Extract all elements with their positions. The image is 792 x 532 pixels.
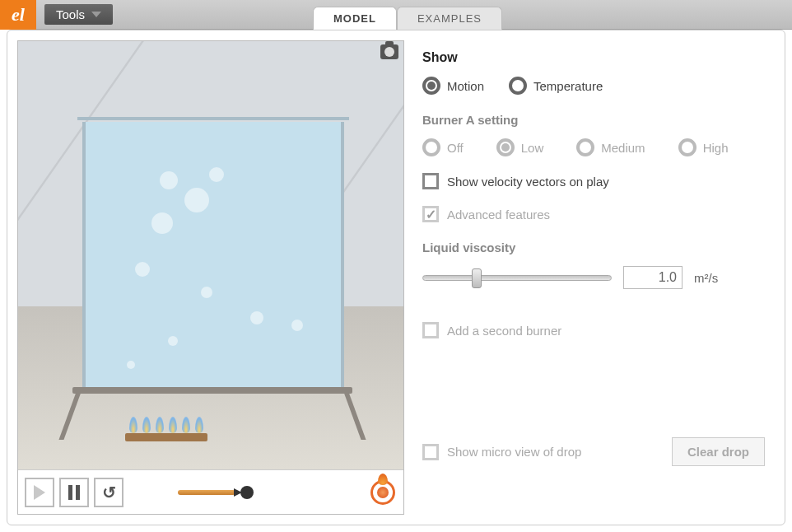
bottom-row: Show micro view of drop Clear drop [422, 437, 765, 466]
settings-panel: Show Motion Temperature Burner A setting… [414, 30, 785, 525]
checkbox-icon [422, 173, 439, 189]
checkbox-icon [422, 444, 439, 460]
viscosity-unit: m²/s [694, 271, 718, 285]
logo-icon: el [0, 0, 36, 30]
tab-model[interactable]: MODEL [313, 7, 397, 30]
burner-flames [127, 413, 206, 433]
target-tool[interactable] [369, 478, 397, 506]
beaker [82, 122, 344, 394]
bubble [250, 311, 263, 324]
simulation-panel: ↻ [17, 40, 404, 515]
play-icon [34, 485, 45, 500]
radio-off[interactable]: Off [422, 138, 464, 156]
clear-drop-button[interactable]: Clear drop [672, 437, 765, 466]
radio-motion-label: Motion [447, 79, 484, 93]
bubble [135, 262, 150, 277]
radio-icon [422, 77, 440, 95]
tools-label: Tools [56, 7, 85, 21]
main-panel: ↻ Show Motion Temperature Bur [7, 30, 785, 525]
bubble [291, 320, 303, 331]
radio-high-label: High [703, 141, 729, 155]
simulation-view[interactable] [18, 41, 403, 469]
pause-button[interactable] [59, 478, 89, 507]
bubble [127, 361, 135, 369]
tools-menu-button[interactable]: Tools [44, 4, 113, 25]
stand [72, 387, 352, 436]
radio-temperature-label: Temperature [533, 79, 603, 93]
reset-button[interactable]: ↻ [94, 478, 123, 507]
radio-icon [509, 77, 527, 95]
camera-icon[interactable] [380, 44, 398, 59]
radio-medium[interactable]: Medium [576, 138, 645, 156]
viscosity-slider[interactable] [422, 269, 612, 286]
checkbox-icon [422, 322, 439, 338]
radio-low-label: Low [521, 141, 544, 155]
bubble [160, 171, 178, 189]
show-title: Show [422, 50, 765, 65]
radio-icon [576, 138, 594, 156]
viscosity-row: m²/s [422, 266, 765, 289]
reset-icon: ↻ [102, 483, 116, 502]
viscosity-input[interactable] [623, 266, 683, 289]
playback-controls: ↻ [18, 469, 403, 514]
bubble [168, 336, 178, 346]
radio-icon [422, 138, 440, 156]
second-burner-label: Add a second burner [447, 324, 561, 338]
bubble [201, 287, 212, 298]
radio-off-label: Off [447, 141, 464, 155]
radio-icon [496, 138, 515, 156]
burner-title: Burner A setting [422, 113, 765, 127]
show-radio-group: Motion Temperature [422, 77, 765, 95]
tabs: MODEL EXAMPLES [313, 7, 502, 30]
radio-motion[interactable]: Motion [422, 77, 484, 95]
checkbox-second-burner[interactable]: Add a second burner [422, 322, 765, 338]
bubble [209, 167, 224, 182]
radio-high[interactable]: High [678, 138, 729, 156]
burner-plate [125, 433, 207, 441]
radio-icon [678, 138, 696, 156]
chevron-down-icon [91, 12, 101, 17]
velocity-label: Show velocity vectors on play [447, 175, 609, 189]
checkbox-advanced[interactable]: Advanced features [422, 206, 765, 222]
play-button[interactable] [25, 478, 54, 507]
radio-medium-label: Medium [601, 141, 645, 155]
pause-icon [68, 485, 80, 500]
radio-temperature[interactable]: Temperature [509, 77, 603, 95]
checkbox-velocity[interactable]: Show velocity vectors on play [422, 173, 765, 189]
checkbox-micro-view[interactable]: Show micro view of drop [422, 444, 581, 460]
advanced-label: Advanced features [447, 208, 550, 222]
dropper-tool[interactable] [178, 484, 252, 501]
bubble [151, 212, 173, 234]
slider-thumb[interactable] [472, 268, 482, 288]
radio-low[interactable]: Low [496, 138, 544, 156]
checkbox-icon [422, 206, 439, 222]
burner-radio-group: Off Low Medium High [422, 138, 765, 156]
micro-label: Show micro view of drop [447, 445, 581, 459]
tab-examples[interactable]: EXAMPLES [397, 7, 502, 30]
viscosity-title: Liquid viscosity [422, 240, 765, 254]
bubble [184, 188, 209, 212]
